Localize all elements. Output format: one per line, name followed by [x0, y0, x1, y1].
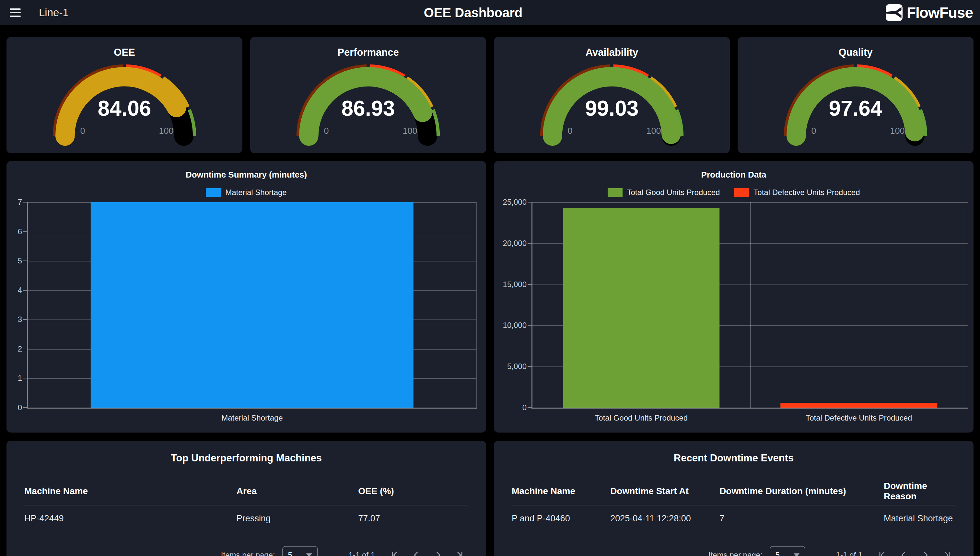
- table-row: HP-42449Pressing77.07: [24, 506, 468, 532]
- recent-downtime-events-card: Recent Downtime Events Machine NameDownt…: [494, 441, 974, 556]
- axis-tick: [23, 378, 27, 378]
- flowfuse-logo: FlowFuse: [886, 0, 973, 25]
- first-page-button[interactable]: [389, 550, 399, 556]
- items-per-page-label: Items per page:: [708, 551, 763, 556]
- axis-tick: [23, 202, 27, 202]
- last-page-button[interactable]: [455, 550, 465, 556]
- axis-tick: [23, 260, 27, 261]
- table-body: P and P-404602025-04-11 12:28:007Materia…: [512, 506, 956, 532]
- axis-tick: [527, 325, 532, 326]
- column-header: Downtime Reason: [884, 481, 956, 501]
- table-row: P and P-404602025-04-11 12:28:007Materia…: [512, 506, 956, 532]
- x-axis-category-label: Total Good Units Produced: [595, 414, 688, 422]
- table-header: Machine NameAreaOEE (%): [24, 478, 468, 506]
- table-cell: 77.07: [358, 514, 468, 524]
- y-axis-tick-label: 5: [18, 256, 22, 265]
- axis-tick: [23, 231, 27, 232]
- column-header: Downtime Duration (minutes): [720, 486, 884, 496]
- next-page-button[interactable]: [921, 550, 930, 556]
- y-axis-tick-label: 15,000: [503, 280, 527, 289]
- flowfuse-logo-icon: [886, 4, 902, 21]
- gauge-max-label: 100: [397, 126, 423, 136]
- legend-swatch: [206, 188, 221, 197]
- table-header: Machine NameDowntime Start AtDowntime Du…: [512, 478, 956, 506]
- legend-item[interactable]: Material Shortage: [206, 188, 286, 197]
- legend-item[interactable]: Total Defective Units Produced: [734, 188, 860, 197]
- pagination: Items per page: 5 1-1 of 1: [24, 542, 468, 556]
- gauge-title: Quality: [737, 37, 974, 58]
- table-body: HP-42449Pressing77.07: [24, 506, 468, 532]
- table-title: Top Underperforming Machines: [24, 441, 468, 465]
- chart-title: Downtime Summary (minutes): [6, 161, 486, 180]
- bar-total-defective-units-produced: [781, 403, 937, 407]
- gauge-min-label: 0: [314, 126, 339, 136]
- y-axis-tick-label: 25,000: [503, 198, 527, 207]
- items-per-page-value: 5: [288, 551, 292, 556]
- gauge-value: 86.93: [250, 97, 486, 119]
- gridline: [532, 407, 968, 408]
- gauge-title: Availability: [494, 37, 730, 58]
- page-range-label: 1-1 of 1: [836, 551, 862, 556]
- x-axis-category-label: Total Defective Units Produced: [805, 414, 912, 422]
- gauge-value: 84.06: [6, 97, 243, 119]
- column-header: Downtime Start At: [610, 486, 720, 496]
- gauge-max-label: 100: [885, 126, 910, 136]
- chart-title: Production Data: [494, 161, 974, 180]
- table-cell: 7: [720, 514, 884, 524]
- gauge-max-label: 100: [153, 126, 179, 136]
- gauge-value: 97.64: [737, 97, 974, 119]
- y-axis-tick-label: 20,000: [503, 239, 527, 248]
- page-title: OEE Dashboard: [0, 0, 946, 25]
- table-cell: 2025-04-11 12:28:00: [610, 514, 720, 524]
- axis-tick: [23, 407, 27, 408]
- y-axis-tick-label: 4: [18, 286, 22, 295]
- axis-tick: [23, 349, 27, 349]
- last-page-button[interactable]: [943, 550, 953, 556]
- axis-tick: [527, 243, 532, 244]
- bar-material-shortage: [91, 202, 414, 407]
- axis-tick: [527, 284, 532, 285]
- y-axis-tick-label: 10,000: [503, 321, 527, 330]
- gauge-value: 99.03: [494, 97, 730, 119]
- chart-plot-area: 25,00020,00015,00010,0005,0000Total Good…: [532, 202, 968, 409]
- bar-total-good-units-produced: [563, 208, 720, 407]
- performance-gauge-card: Performance 86.93 0 100: [250, 37, 486, 153]
- table-row: Top Underperforming Machines Machine Nam…: [6, 441, 974, 556]
- chart-legend: Material Shortage: [6, 187, 486, 198]
- flowfuse-logo-text: FlowFuse: [907, 4, 973, 21]
- y-axis-tick-label: 0: [18, 403, 22, 412]
- chart-plot-area: 76543210Material Shortage: [27, 202, 477, 409]
- legend-label: Total Defective Units Produced: [754, 188, 860, 197]
- gauge-row: OEE 84.06 0 100 Performance 86.93 0 100 …: [6, 37, 974, 153]
- column-header: Area: [236, 486, 358, 496]
- gauge-min-label: 0: [801, 126, 827, 136]
- items-per-page-select[interactable]: 5: [282, 546, 318, 556]
- legend-swatch: [734, 188, 749, 197]
- items-per-page-select[interactable]: 5: [770, 546, 805, 556]
- axis-tick: [527, 407, 532, 408]
- oee-gauge-card: OEE 84.06 0 100: [6, 37, 243, 153]
- table-title: Recent Downtime Events: [512, 441, 956, 465]
- production-data-chart-card: Production Data Total Good Units Produce…: [494, 161, 974, 433]
- gauge-title: Performance: [250, 37, 486, 58]
- previous-page-button[interactable]: [899, 550, 908, 556]
- axis-tick: [527, 366, 532, 367]
- y-axis-tick-label: 3: [18, 315, 22, 324]
- table-cell: Pressing: [236, 514, 358, 524]
- next-page-button[interactable]: [433, 550, 443, 556]
- first-page-button[interactable]: [877, 550, 886, 556]
- legend-label: Total Good Units Produced: [627, 188, 720, 197]
- previous-page-button[interactable]: [411, 550, 421, 556]
- chart-legend: Total Good Units ProducedTotal Defective…: [494, 187, 974, 198]
- dropdown-caret-icon: [306, 553, 312, 556]
- items-per-page-value: 5: [776, 551, 780, 556]
- table-cell: P and P-40460: [512, 514, 610, 524]
- axis-tick: [527, 202, 532, 202]
- x-axis-category-label: Material Shortage: [222, 414, 283, 422]
- legend-item[interactable]: Total Good Units Produced: [608, 188, 720, 197]
- column-header: Machine Name: [24, 486, 236, 496]
- page-range-label: 1-1 of 1: [349, 551, 375, 556]
- axis-tick: [23, 290, 27, 291]
- items-per-page-label: Items per page:: [221, 551, 275, 556]
- quality-gauge-card: Quality 97.64 0 100: [737, 37, 974, 153]
